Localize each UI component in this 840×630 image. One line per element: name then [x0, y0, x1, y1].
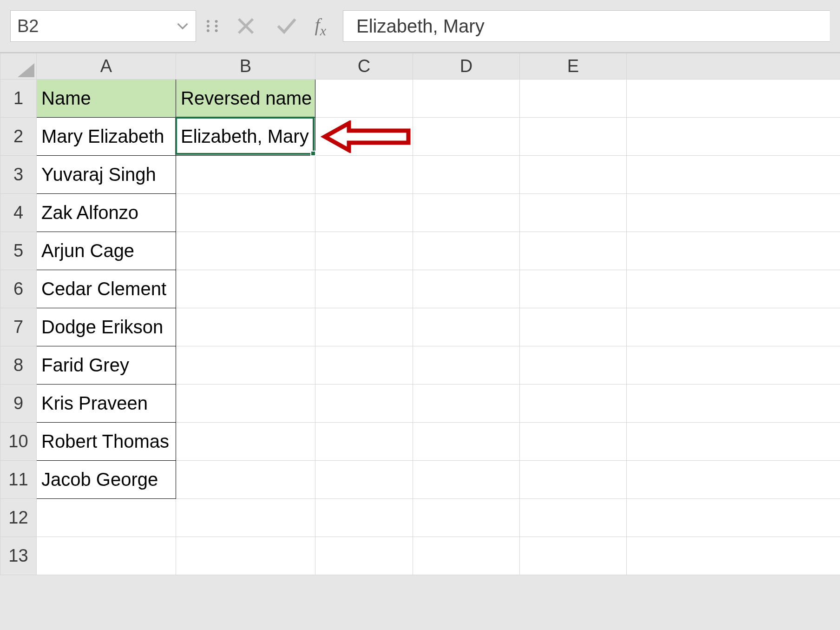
cell-B3[interactable] [176, 156, 315, 194]
cell-B6[interactable] [176, 270, 315, 308]
cell[interactable] [413, 194, 520, 232]
cell[interactable] [520, 385, 627, 423]
cell-A4[interactable]: Zak Alfonzo [37, 194, 176, 232]
cell-A11[interactable]: Jacob George [37, 461, 176, 499]
row-header[interactable]: 5 [0, 232, 37, 270]
cell[interactable] [627, 194, 840, 232]
cell[interactable] [413, 308, 520, 346]
formula-input[interactable]: Elizabeth, Mary [343, 10, 830, 42]
cell[interactable] [627, 537, 840, 575]
cell[interactable] [520, 461, 627, 499]
cell-A6[interactable]: Cedar Clement [37, 270, 176, 308]
cell[interactable] [315, 156, 413, 194]
cancel-button[interactable] [230, 10, 262, 42]
cell[interactable] [315, 385, 413, 423]
cell[interactable] [627, 499, 840, 537]
cell[interactable] [413, 423, 520, 461]
cell-A13[interactable] [37, 537, 176, 575]
cell[interactable] [413, 232, 520, 270]
cell[interactable] [520, 194, 627, 232]
cell[interactable] [315, 308, 413, 346]
cell[interactable] [520, 156, 627, 194]
cell-A9[interactable]: Kris Praveen [37, 385, 176, 423]
col-header-B[interactable]: B [176, 53, 315, 80]
cell[interactable] [520, 499, 627, 537]
cell[interactable] [413, 346, 520, 385]
cell-A5[interactable]: Arjun Cage [37, 232, 176, 270]
row-header[interactable]: 10 [0, 423, 37, 461]
cell-A1[interactable]: Name [37, 80, 176, 118]
cell[interactable] [627, 118, 840, 156]
fx-icon[interactable]: fx [311, 14, 335, 39]
row-header[interactable]: 12 [0, 499, 37, 537]
cell-B4[interactable] [176, 194, 315, 232]
row-header[interactable]: 8 [0, 346, 37, 385]
cell[interactable] [315, 423, 413, 461]
cell[interactable] [520, 308, 627, 346]
cell[interactable] [627, 156, 840, 194]
col-header-E[interactable]: E [520, 53, 627, 80]
cell[interactable] [627, 385, 840, 423]
cell[interactable] [520, 232, 627, 270]
cell[interactable] [315, 194, 413, 232]
cell-A12[interactable] [37, 499, 176, 537]
name-box[interactable]: B2 [10, 10, 196, 42]
cell-A7[interactable]: Dodge Erikson [37, 308, 176, 346]
cell-B5[interactable] [176, 232, 315, 270]
cell[interactable] [315, 270, 413, 308]
col-header-D[interactable]: D [413, 53, 520, 80]
cell[interactable] [627, 270, 840, 308]
cell[interactable] [520, 423, 627, 461]
cell-B2[interactable]: Elizabeth, Mary [176, 118, 315, 156]
col-header-C[interactable]: C [315, 53, 413, 80]
cell[interactable] [315, 118, 413, 156]
cell-B13[interactable] [176, 537, 315, 575]
cell-B10[interactable] [176, 423, 315, 461]
cell-B7[interactable] [176, 308, 315, 346]
cell[interactable] [413, 499, 520, 537]
cell[interactable] [315, 346, 413, 385]
row-header[interactable]: 11 [0, 461, 37, 499]
col-header-spill[interactable] [627, 53, 840, 80]
cell[interactable] [520, 346, 627, 385]
cell[interactable] [627, 461, 840, 499]
cell-A3[interactable]: Yuvaraj Singh [37, 156, 176, 194]
cell-B12[interactable] [176, 499, 315, 537]
cell-A8[interactable]: Farid Grey [37, 346, 176, 385]
name-box-dropdown-icon[interactable] [171, 12, 194, 40]
cell[interactable] [413, 156, 520, 194]
cell[interactable] [413, 461, 520, 499]
cell-B9[interactable] [176, 385, 315, 423]
row-header[interactable]: 1 [0, 80, 37, 118]
cell-B8[interactable] [176, 346, 315, 385]
row-header[interactable]: 7 [0, 308, 37, 346]
cell-A2[interactable]: Mary Elizabeth [37, 118, 176, 156]
cell[interactable] [315, 499, 413, 537]
cell[interactable] [520, 270, 627, 308]
row-header[interactable]: 9 [0, 385, 37, 423]
row-header[interactable]: 13 [0, 537, 37, 575]
col-header-A[interactable]: A [37, 53, 176, 80]
select-all-corner[interactable] [0, 53, 37, 80]
grid[interactable]: A B C D E 1 Name Reversed name 2 Mary El… [0, 53, 840, 575]
cell-B11[interactable] [176, 461, 315, 499]
cell[interactable] [627, 346, 840, 385]
cell[interactable] [627, 232, 840, 270]
cell[interactable] [520, 118, 627, 156]
cell-A10[interactable]: Robert Thomas [37, 423, 176, 461]
cell[interactable] [315, 232, 413, 270]
cell[interactable] [413, 385, 520, 423]
cell-B1[interactable]: Reversed name [176, 80, 315, 118]
cell[interactable] [627, 308, 840, 346]
row-header[interactable]: 4 [0, 194, 37, 232]
cell[interactable] [315, 80, 413, 118]
cell[interactable] [413, 270, 520, 308]
enter-button[interactable] [270, 10, 303, 42]
cell[interactable] [413, 118, 520, 156]
cell[interactable] [627, 423, 840, 461]
row-header[interactable]: 2 [0, 118, 37, 156]
row-header[interactable]: 6 [0, 270, 37, 308]
cell[interactable] [315, 537, 413, 575]
cell[interactable] [413, 80, 520, 118]
cell[interactable] [520, 537, 627, 575]
